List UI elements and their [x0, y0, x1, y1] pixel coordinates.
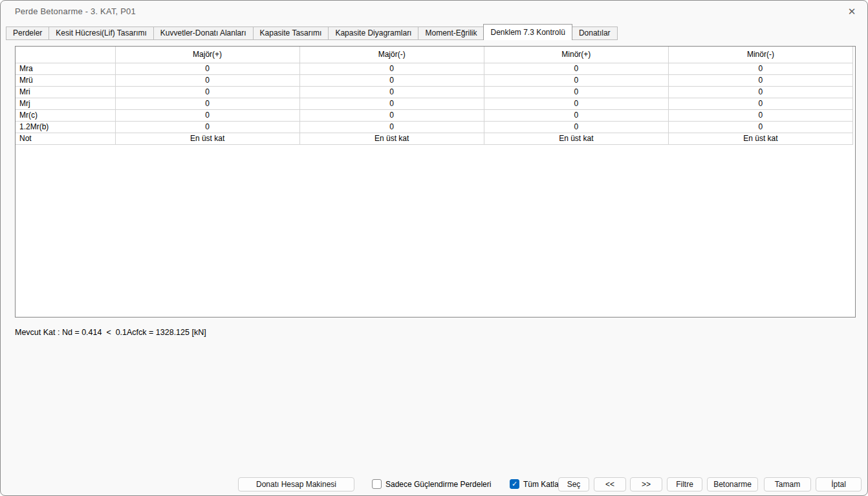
tab-kapasite-tasarimi[interactable]: Kapasite Tasarımı: [253, 27, 329, 40]
window-title: Perde Betonarme - 3. KAT, P01: [15, 6, 136, 16]
perde-betonarme-dialog: Perde Betonarme - 3. KAT, P01 ✕ Perdeler…: [0, 0, 868, 496]
tum-katlar-label: Tüm Katlar: [523, 480, 561, 489]
cell-value: En üst kat: [115, 133, 299, 144]
tab-kuvvetler-donati-alanlari[interactable]: Kuvvetler-Donatı Alanları: [153, 27, 254, 40]
filtre-button[interactable]: Filtre: [667, 477, 702, 491]
header-minor-minus: Minör(-): [668, 47, 852, 63]
row-label: Not: [16, 133, 115, 144]
cell-value: 0: [299, 63, 484, 74]
donati-hesap-makinesi-button[interactable]: Donatı Hesap Makinesi: [238, 477, 354, 491]
header-major-plus: Majör(+): [115, 47, 299, 63]
tab-donatilar[interactable]: Donatılar: [572, 27, 618, 40]
tab-moment-egrilik[interactable]: Moment-Eğrilik: [418, 27, 484, 40]
cell-value: 0: [115, 63, 299, 74]
table-row: Mr(c) 0 0 0 0: [16, 109, 853, 121]
cell-value: 0: [668, 74, 852, 86]
header-minor-plus: Minör(+): [484, 47, 668, 63]
cell-value: 0: [299, 121, 484, 133]
cell-value: 0: [484, 98, 668, 109]
cell-value: 0: [299, 109, 484, 121]
row-label: Mri: [16, 86, 115, 98]
tab-kesit-hucresi-lif-tasarimi[interactable]: Kesit Hücresi(Lif) Tasarımı: [49, 27, 153, 40]
row-label: Mr(c): [16, 109, 115, 121]
cell-value: En üst kat: [668, 133, 852, 144]
next-button[interactable]: >>: [630, 477, 662, 491]
sec-button[interactable]: Seç: [558, 477, 589, 491]
close-icon[interactable]: ✕: [844, 4, 860, 19]
row-label: Mrj: [16, 98, 115, 109]
cell-value: 0: [484, 63, 668, 74]
cell-value: 0: [299, 86, 484, 98]
table-header-row: Majör(+) Majör(-) Minör(+) Minör(-): [16, 47, 853, 63]
tab-strip: Perdeler Kesit Hücresi(Lif) Tasarımı Kuv…: [6, 25, 862, 40]
tab-perdeler[interactable]: Perdeler: [6, 27, 49, 40]
iptal-button[interactable]: İptal: [816, 477, 862, 491]
results-table: Majör(+) Majör(-) Minör(+) Minör(-) Mra …: [16, 47, 853, 145]
sadece-guclendirme-perdeleri-label: Sadece Güçlendirme Perdeleri: [385, 480, 491, 489]
cell-value: 0: [115, 121, 299, 133]
table-row: 1.2Mr(b) 0 0 0 0: [16, 121, 853, 133]
cell-value: 0: [115, 86, 299, 98]
header-major-minus: Majör(-): [299, 47, 484, 63]
tum-katlar-checkbox[interactable]: ✓: [510, 479, 519, 489]
cell-value: 0: [299, 74, 484, 86]
row-label: Mrü: [16, 74, 115, 86]
cell-value: 0: [668, 98, 852, 109]
cell-value: 0: [668, 121, 852, 133]
cell-value: 0: [299, 98, 484, 109]
cell-value: 0: [115, 109, 299, 121]
cell-value: 0: [484, 109, 668, 121]
current-floor-note: Mevcut Kat : Nd = 0.414 < 0.1Acfck = 132…: [15, 328, 206, 337]
table-row: Mri 0 0 0 0: [16, 86, 853, 98]
cell-value: 0: [668, 63, 852, 74]
cell-value: 0: [668, 109, 852, 121]
cell-value: 0: [115, 98, 299, 109]
tab-denklem-7-3-kontrolu[interactable]: Denklem 7.3 Kontrolü: [483, 24, 572, 40]
tamam-button[interactable]: Tamam: [764, 477, 811, 491]
results-panel: Majör(+) Majör(-) Minör(+) Minör(-) Mra …: [15, 46, 856, 318]
cell-value: En üst kat: [484, 133, 668, 144]
table-row: Mra 0 0 0 0: [16, 63, 853, 74]
row-label: Mra: [16, 63, 115, 74]
table-row: Mrj 0 0 0 0: [16, 98, 853, 109]
cell-value: 0: [484, 86, 668, 98]
table-row: Not En üst kat En üst kat En üst kat En …: [16, 133, 853, 144]
cell-value: 0: [484, 121, 668, 133]
betonarme-button[interactable]: Betonarme: [707, 477, 758, 491]
sadece-guclendirme-perdeleri-checkbox[interactable]: [372, 479, 382, 489]
table-row: Mrü 0 0 0 0: [16, 74, 853, 86]
tab-kapasite-diyagramlari[interactable]: Kapasite Diyagramları: [328, 27, 418, 40]
title-bar: Perde Betonarme - 3. KAT, P01 ✕: [1, 1, 867, 21]
cell-value: 0: [115, 74, 299, 86]
sadece-guclendirme-perdeleri-checkbox-row: Sadece Güçlendirme Perdeleri: [372, 479, 491, 489]
cell-value: 0: [668, 86, 852, 98]
prev-button[interactable]: <<: [594, 477, 626, 491]
cell-value: En üst kat: [299, 133, 484, 144]
row-label: 1.2Mr(b): [16, 121, 115, 133]
cell-value: 0: [484, 74, 668, 86]
header-empty: [16, 47, 115, 63]
tum-katlar-checkbox-row: ✓ Tüm Katlar: [510, 479, 561, 489]
